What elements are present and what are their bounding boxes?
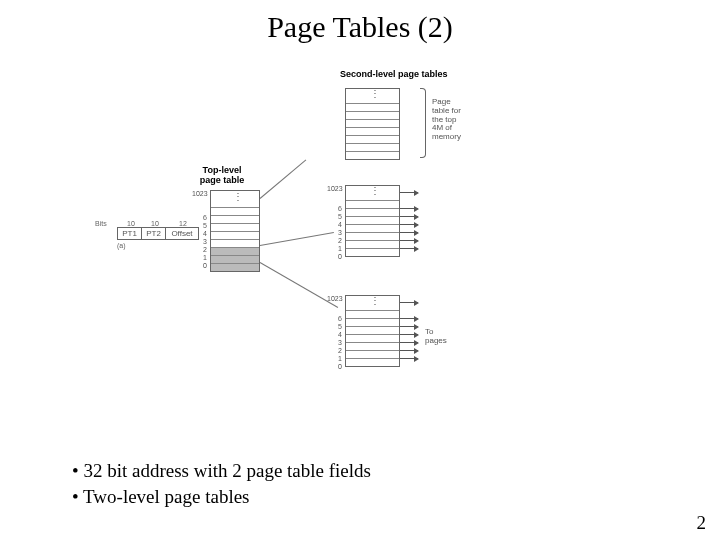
- arrow-right-icon: [400, 358, 418, 359]
- page-number: 2: [697, 512, 707, 534]
- second-level-table-top: ⋮: [345, 88, 400, 160]
- bits-width-3: 12: [167, 220, 199, 227]
- label-top-level-line2: page table: [200, 175, 245, 185]
- field-pt1: PT1: [118, 228, 142, 239]
- second-level-table-mid: ⋮: [345, 185, 400, 257]
- arrow-right-icon: [400, 302, 418, 303]
- arrow-right-icon: [400, 334, 418, 335]
- bullet-item: 32 bit address with 2 page table fields: [72, 460, 371, 482]
- label-top-level-line1: Top-level: [203, 165, 242, 175]
- vdots-icon: ⋮: [233, 191, 242, 202]
- page-table-diagram: Second-level page tables Top-level page …: [120, 70, 600, 450]
- connector-line: [260, 262, 338, 308]
- arrow-right-icon: [400, 240, 418, 241]
- top-level-table: ⋮: [210, 190, 260, 272]
- mid-indices: 1023 6 5 4 3 2 1 0: [327, 185, 342, 261]
- label-top-level: Top-level page table: [192, 166, 252, 186]
- address-bits-diagram: Bits 10 10 12 PT1 PT2 Offset (a): [95, 220, 199, 249]
- connector-line: [260, 160, 307, 199]
- arrow-right-icon: [400, 232, 418, 233]
- caption-a: (a): [117, 242, 199, 249]
- vdots-icon: ⋮: [370, 185, 379, 196]
- bits-width-1: 10: [119, 220, 143, 227]
- arrow-right-icon: [400, 326, 418, 327]
- arrow-right-icon: [400, 216, 418, 217]
- arrow-right-icon: [400, 224, 418, 225]
- vdots-icon: ⋮: [370, 295, 379, 306]
- field-pt2: PT2: [142, 228, 166, 239]
- arrow-right-icon: [400, 342, 418, 343]
- label-page-table-for: Page table for the top 4M of memory: [432, 98, 482, 142]
- arrow-right-icon: [400, 318, 418, 319]
- vdots-icon: ⋮: [370, 88, 379, 99]
- bullet-item: Two-level page tables: [72, 486, 371, 508]
- second-level-table-bot: ⋮: [345, 295, 400, 367]
- bits-label: Bits: [95, 220, 119, 227]
- arrow-right-icon: [400, 208, 418, 209]
- field-offset: Offset: [166, 228, 198, 239]
- bullet-list: 32 bit address with 2 page table fields …: [72, 460, 371, 512]
- brace-icon: [420, 88, 426, 158]
- arrow-right-icon: [400, 192, 418, 193]
- label-to-pages: To pages: [425, 328, 447, 346]
- arrow-right-icon: [400, 350, 418, 351]
- arrow-right-icon: [400, 248, 418, 249]
- slide-title: Page Tables (2): [0, 10, 720, 44]
- bits-width-2: 10: [143, 220, 167, 227]
- connector-line: [260, 232, 334, 246]
- label-second-level: Second-level page tables: [340, 70, 448, 80]
